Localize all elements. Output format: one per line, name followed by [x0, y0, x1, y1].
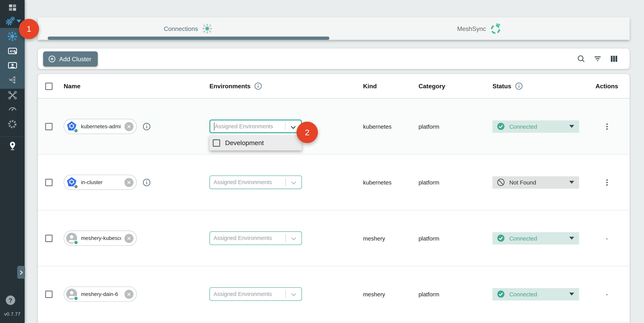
category-value: platform — [418, 123, 439, 130]
category-value: platform — [418, 235, 439, 241]
status-label: Connected — [509, 235, 537, 241]
assigned-environments-select[interactable]: Assigned Environments — [210, 175, 302, 189]
environments-placeholder: Assigned Environments — [214, 235, 272, 241]
kebab-menu-icon — [602, 178, 612, 187]
status-label: Connected — [509, 291, 537, 297]
sidebar-item-workflows[interactable] — [7, 74, 18, 85]
kind-value: meshery — [363, 291, 385, 297]
row-checkbox[interactable] — [45, 234, 52, 242]
active-tab-indicator — [48, 37, 330, 40]
tabs-bar: Connections MeshSync — [38, 17, 630, 40]
connection-chip[interactable]: in-cluster — [64, 175, 137, 190]
row-checkbox[interactable] — [45, 178, 52, 186]
sidebar-item-performance[interactable] — [7, 103, 18, 114]
connection-chip[interactable]: meshery-dain-6 — [64, 286, 137, 302]
plus-circle-icon — [48, 55, 56, 63]
connections-table: Name Environments Kind Category Status — [38, 74, 630, 323]
tab-meshsync[interactable]: MeshSync — [329, 17, 630, 40]
select-divider — [285, 123, 286, 130]
filter-icon — [593, 54, 602, 63]
actions-empty: - — [606, 290, 608, 297]
filter-button[interactable] — [593, 54, 602, 64]
actions-menu-button[interactable] — [584, 122, 630, 131]
status-dropdown[interactable]: Connected — [492, 288, 579, 300]
sidebar-item-connections[interactable] — [7, 31, 18, 42]
select-divider — [286, 234, 286, 242]
environment-option-label[interactable]: Development — [225, 139, 264, 146]
sidebar-expand-button[interactable] — [17, 266, 25, 279]
info-icon[interactable] — [254, 82, 262, 90]
chevron-down-icon[interactable] — [290, 290, 298, 299]
chevron-right-icon — [18, 269, 24, 275]
environment-option-checkbox[interactable] — [213, 139, 220, 146]
assigned-environments-select[interactable]: Assigned Environments — [210, 120, 302, 133]
sidebar-item-extensions[interactable] — [7, 119, 18, 129]
sidebar-item-designs[interactable] — [7, 46, 18, 56]
sidebar-item-environment[interactable] — [7, 140, 18, 151]
remove-connection-button[interactable] — [124, 234, 134, 243]
help-button[interactable]: ? — [6, 295, 15, 305]
tour-step-badge-2[interactable]: 2 — [296, 122, 318, 143]
not-found-icon — [496, 178, 505, 187]
connection-chip[interactable]: meshery-kubescop... — [64, 231, 137, 246]
connection-chip[interactable]: kubernetes-admin... — [64, 119, 137, 134]
select-divider — [286, 290, 286, 298]
sidebar-item-lifecycle[interactable] — [5, 16, 16, 26]
info-icon[interactable] — [514, 82, 523, 90]
close-icon — [126, 124, 132, 129]
header-name: Name — [64, 83, 80, 90]
sidebar-divider — [0, 136, 25, 137]
environments-placeholder: Assigned Environments — [214, 291, 272, 297]
row-checkbox[interactable] — [45, 123, 52, 130]
badge-1-label: 1 — [27, 24, 31, 34]
check-circle-icon — [496, 122, 505, 131]
assigned-environments-select[interactable]: Assigned Environments — [210, 287, 302, 301]
crossed-wrenches-icon — [7, 90, 17, 100]
speedometer-icon — [7, 103, 17, 114]
row-checkbox[interactable] — [45, 290, 52, 298]
close-icon — [126, 236, 132, 241]
caret-down-icon — [569, 293, 574, 295]
caret-down-icon — [569, 125, 574, 128]
view-columns-button[interactable] — [609, 54, 619, 64]
chevron-down-icon[interactable] — [16, 20, 22, 23]
table-row: in-cluster Assigned Environments — [38, 155, 630, 210]
check-circle-icon — [496, 234, 505, 243]
status-label: Not Found — [509, 179, 536, 186]
info-icon[interactable] — [142, 122, 151, 131]
close-icon — [126, 180, 132, 185]
kind-value: meshery — [363, 235, 385, 241]
status-dropdown[interactable]: Not Found — [492, 176, 579, 189]
select-all-checkbox[interactable] — [45, 83, 52, 90]
actions-menu-button[interactable] — [584, 178, 630, 187]
tour-step-badge-1[interactable]: 1 — [19, 19, 39, 39]
chevron-down-icon[interactable] — [289, 123, 298, 132]
dashboard-icon — [8, 3, 17, 12]
table-row: kubernetes-admin... Assigned Envi — [38, 99, 630, 155]
tab-meshsync-label: MeshSync — [457, 25, 486, 32]
info-icon[interactable] — [142, 178, 151, 187]
sidebar-item-toolkit[interactable] — [7, 90, 18, 100]
remove-connection-button[interactable] — [124, 178, 134, 187]
status-dropdown[interactable]: Connected — [492, 232, 579, 244]
kind-value: kubernetes — [363, 123, 392, 130]
header-kind: Kind — [363, 83, 377, 90]
remove-connection-button[interactable] — [124, 122, 134, 131]
environments-placeholder: Assigned Environments — [215, 123, 273, 129]
location-pin-icon — [7, 140, 17, 151]
badge-2-label: 2 — [305, 128, 310, 137]
assigned-environments-select[interactable]: Assigned Environments — [210, 231, 302, 245]
category-value: platform — [418, 179, 439, 186]
add-cluster-button[interactable]: Add Cluster — [43, 51, 98, 67]
remove-connection-button[interactable] — [124, 289, 134, 299]
extensions-ring-icon — [7, 119, 18, 129]
connected-dot — [74, 296, 78, 301]
sidebar-item-dashboard[interactable] — [7, 2, 18, 13]
search-icon — [577, 54, 586, 63]
sidebar-item-operator[interactable] — [7, 60, 18, 71]
status-dropdown[interactable]: Connected — [492, 120, 579, 133]
chevron-down-icon[interactable] — [290, 235, 298, 243]
search-button[interactable] — [576, 54, 586, 64]
category-value: platform — [418, 291, 439, 297]
chevron-down-icon[interactable] — [290, 179, 298, 187]
